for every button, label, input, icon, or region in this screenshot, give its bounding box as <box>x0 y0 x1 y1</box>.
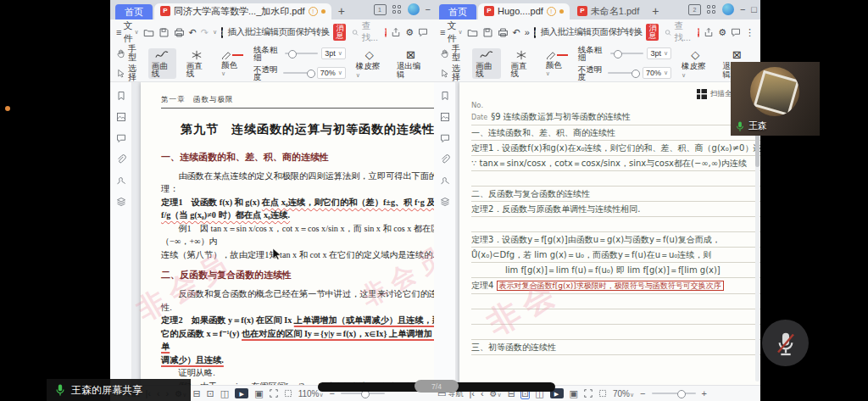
tab-home[interactable]: 首页 <box>115 4 153 19</box>
account-avatar[interactable] <box>408 3 420 15</box>
bookmark-icon[interactable] <box>116 91 126 101</box>
zoom-slider[interactable] <box>652 393 696 394</box>
print-icon[interactable] <box>498 27 509 38</box>
document-area[interactable]: 编 非会员 非会员 第一章 函数与极限 第九节 连续函数的运算与初等函数的连续性… <box>132 82 434 385</box>
thickness-value[interactable]: 3pt∨ <box>647 47 671 60</box>
thickness-slider[interactable] <box>285 53 318 54</box>
crop-region-icon[interactable] <box>284 389 292 398</box>
undo-icon[interactable]: ↶ <box>513 28 520 37</box>
undo-icon[interactable]: ↶ <box>189 28 197 37</box>
eraser-tool[interactable]: ◇ 橡皮擦 ∨ <box>353 47 387 79</box>
layers-icon[interactable] <box>440 197 450 207</box>
minimize-button[interactable]: − <box>426 5 431 14</box>
hamburger-menu-icon[interactable]: ≡ 文件 ∨ <box>116 19 139 45</box>
signature-stamp-icon[interactable] <box>440 175 450 186</box>
new-tab-button[interactable]: + <box>645 5 665 19</box>
thickness-value[interactable]: 3pt∨ <box>321 47 346 60</box>
tab-document-active[interactable]: P Hugo....pdf ! <box>478 3 570 19</box>
bookmark-icon[interactable] <box>440 91 450 101</box>
fullscreen-icon[interactable] <box>584 389 593 398</box>
menu-items[interactable]: 插入批注编辑页面保护转换 <box>227 26 329 38</box>
zoom-slider[interactable] <box>341 393 385 394</box>
account-avatar[interactable] <box>722 3 734 15</box>
draw-curve-tool[interactable]: 画曲线 <box>472 48 500 79</box>
attachment-icon[interactable] <box>440 154 450 164</box>
opacity-slider[interactable] <box>608 72 639 74</box>
select-tool[interactable]: 选择 <box>440 64 465 81</box>
tab-home[interactable]: 首页 <box>439 4 476 19</box>
fit-width-icon[interactable]: ⊟ <box>192 389 200 398</box>
settings-gear-icon[interactable]: ⚙ <box>718 28 726 37</box>
kebab-menu-icon[interactable]: ⋮ <box>745 28 754 37</box>
draw-line-tool[interactable]: 画直线 <box>508 48 536 79</box>
zoom-in-icon[interactable]: + <box>702 389 707 398</box>
zoom-value[interactable]: 70%∨ <box>613 389 634 398</box>
message-badge[interactable]: 消息 <box>333 24 346 41</box>
message-badge[interactable]: 消息 <box>646 24 659 41</box>
mic-muted-button[interactable] <box>762 320 809 366</box>
search-control[interactable]: 查找... <box>352 20 380 44</box>
comment-bubble-icon[interactable] <box>731 27 741 37</box>
alert-icon[interactable]: ! <box>385 28 387 37</box>
crop-region-icon[interactable] <box>598 389 607 398</box>
share-icon[interactable] <box>704 27 714 37</box>
search-control[interactable]: 查找... <box>665 20 693 44</box>
more-dropdown-icon[interactable]: ∨ <box>213 29 217 36</box>
fullscreen-icon[interactable] <box>270 389 278 398</box>
thumbnails-icon[interactable] <box>440 112 450 122</box>
webcam-tile[interactable]: 王森 <box>731 62 820 136</box>
open-folder-icon[interactable] <box>143 27 154 38</box>
open-folder-icon[interactable] <box>467 27 478 38</box>
play-read-mode-button[interactable]: ▶ <box>235 388 248 398</box>
single-page-icon[interactable]: ⊡ <box>207 389 214 398</box>
two-page-icon[interactable]: ◫ <box>220 389 229 398</box>
opacity-slider[interactable] <box>283 72 314 74</box>
eraser-tool[interactable]: ◇ 橡皮擦 ∨ <box>678 47 712 79</box>
settings-gear-icon[interactable]: ⚙ <box>405 28 414 37</box>
save-icon[interactable] <box>482 27 493 38</box>
document-area[interactable]: 编 非会 扫描全能王 创建 No. Date§9 连续函数运算与初等函数的连续性… <box>456 82 760 385</box>
window-layout-icon[interactable]: 1 <box>374 4 387 15</box>
opacity-value[interactable]: 70%∨ <box>643 67 671 80</box>
tab-document-inactive[interactable]: P 未命名1.pdf <box>571 3 645 19</box>
zoom-out-icon[interactable]: − <box>640 389 645 398</box>
print-icon[interactable] <box>174 27 185 38</box>
auto-fit-icon[interactable]: ▣ <box>570 389 578 398</box>
comment-bubble-icon[interactable] <box>418 27 428 37</box>
hamburger-menu-icon[interactable]: ≡ 文件 ∨ <box>440 19 463 45</box>
select-tool[interactable]: 选择 <box>116 64 142 81</box>
menu-start-chip[interactable]: 始 <box>534 27 536 38</box>
draw-curve-tool[interactable]: 画曲线 <box>148 48 176 79</box>
new-tab-button[interactable]: + <box>331 5 352 19</box>
thumbnails-icon[interactable] <box>116 112 126 122</box>
attachment-icon[interactable] <box>116 154 126 164</box>
minimize-button[interactable]: − <box>740 5 745 14</box>
meeting-bar-handle[interactable]: 7/4 <box>415 380 459 393</box>
hand-tool[interactable]: 手型 <box>440 45 465 62</box>
menu-start-chip[interactable]: 始 <box>221 27 223 38</box>
app-grid-icon[interactable] <box>707 5 716 14</box>
color-tool[interactable]: 颜色 ∨ <box>218 49 247 78</box>
app-grid-icon[interactable] <box>392 5 402 14</box>
menu-items[interactable]: 插入批注编辑页面保护转换 <box>540 26 642 38</box>
thickness-slider[interactable] <box>610 53 643 54</box>
window-layout-icon[interactable]: 2 <box>688 4 701 15</box>
layers-icon[interactable] <box>116 197 126 207</box>
save-icon[interactable] <box>159 27 170 38</box>
meeting-collapsed-bar[interactable]: 7/4 <box>318 382 555 392</box>
comments-panel-icon[interactable] <box>440 133 450 143</box>
share-icon[interactable] <box>391 27 401 37</box>
tab-document[interactable]: P 同济大学高等数学..._加水印.pdf ! <box>154 3 331 19</box>
redo-icon[interactable]: ↷ <box>201 28 209 37</box>
maximize-button[interactable]: □ <box>751 5 757 14</box>
opacity-value[interactable]: 70%∨ <box>317 67 346 80</box>
alert-icon[interactable]: ! <box>698 28 699 37</box>
hand-tool[interactable]: 手型 <box>116 45 142 62</box>
auto-fit-icon[interactable]: ▣ <box>254 389 263 398</box>
draw-line-tool[interactable]: 画直线 <box>183 48 211 79</box>
overflow-icon[interactable]: » <box>525 28 530 37</box>
color-tool[interactable]: 颜色 ∨ <box>542 49 571 78</box>
exit-edit-button[interactable]: ⊠ 退出编辑 <box>393 47 428 79</box>
signature-stamp-icon[interactable] <box>116 175 126 186</box>
comments-panel-icon[interactable] <box>116 133 126 143</box>
